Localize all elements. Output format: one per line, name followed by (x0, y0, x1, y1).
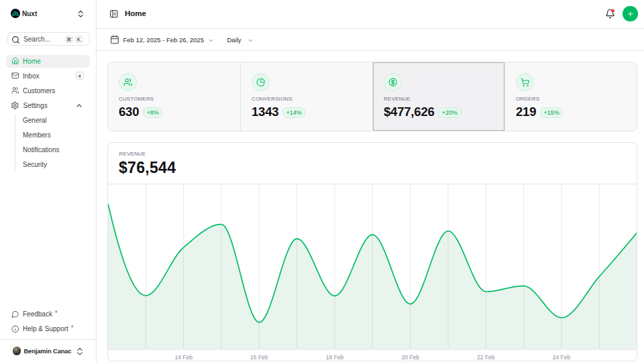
svg-text:22 Feb: 22 Feb (477, 354, 495, 361)
svg-text:20 Feb: 20 Feb (401, 354, 419, 361)
svg-text:24 Feb: 24 Feb (553, 354, 571, 361)
svg-text:16 Feb: 16 Feb (250, 354, 268, 361)
svg-text:14 Feb: 14 Feb (174, 354, 193, 361)
svg-text:18 Feb: 18 Feb (326, 354, 344, 361)
